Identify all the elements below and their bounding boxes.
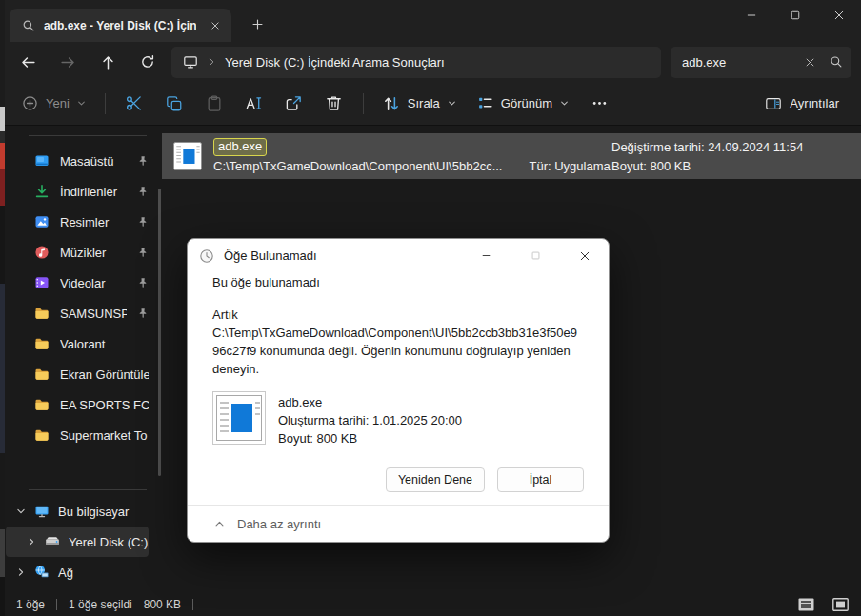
tab-search-icon — [22, 19, 35, 32]
folder-icon — [34, 427, 50, 443]
view-button[interactable]: Görünüm — [467, 87, 579, 121]
sidebar-item-screenshots[interactable]: Ekran Görüntüle — [0, 359, 162, 389]
search-box[interactable]: adb.exe — [671, 47, 851, 78]
chevron-down-icon — [448, 99, 456, 108]
ellipsis-icon — [591, 95, 608, 111]
pin-icon — [137, 247, 149, 258]
trash-icon — [325, 94, 343, 112]
file-path: C:\Temp\TxGameDownload\Component\UI\5bb2… — [213, 159, 502, 173]
details-view-toggle[interactable] — [794, 595, 817, 614]
chevron-right-icon — [16, 567, 26, 577]
sort-icon — [383, 95, 400, 112]
search-submit-icon[interactable] — [823, 49, 850, 75]
sidebar-item-local-disk[interactable]: Yerel Disk (C:) — [6, 527, 149, 557]
sidebar-item-ea-sports[interactable]: EA SPORTS FC 2 — [0, 389, 162, 420]
window-controls — [730, 0, 861, 30]
new-button-label: Yeni — [46, 96, 70, 110]
window-close-button[interactable] — [817, 0, 861, 30]
drive-icon — [45, 534, 60, 549]
chevron-down-icon — [77, 99, 86, 108]
sidebar-item-pictures[interactable]: Resimler — [0, 207, 162, 237]
search-input-value[interactable]: adb.exe — [682, 55, 796, 70]
this-pc-icon — [34, 504, 50, 519]
share-icon — [285, 94, 303, 112]
file-explorer-window: adb.exe - Yerel Disk (C:) İçinde — [0, 0, 861, 616]
file-type: Tür: Uygulama — [529, 159, 610, 173]
sidebar-divider — [29, 489, 147, 490]
dialog-file-info: adb.exe Oluşturma tarihi: 1.01.2025 20:0… — [212, 391, 584, 447]
copy-button[interactable] — [154, 87, 194, 121]
navigation-bar: Yerel Disk (C:) İçindeki Arama Sonuçları… — [0, 42, 861, 82]
new-tab-button[interactable] — [243, 10, 271, 38]
sidebar-item-network[interactable]: Ağ — [0, 557, 162, 587]
tab-close-icon[interactable] — [205, 15, 226, 36]
sidebar-item-videos[interactable]: Videolar — [0, 268, 162, 298]
item-not-found-dialog: Öğe Bulunamadı Bu öğe bulunamadı Artık C… — [187, 238, 610, 543]
folder-icon — [34, 367, 50, 382]
search-clear-icon[interactable] — [796, 49, 823, 75]
explorer-tab[interactable]: adb.exe - Yerel Disk (C:) İçinde — [10, 9, 231, 42]
delete-button[interactable] — [314, 87, 354, 121]
pin-icon — [137, 186, 149, 197]
view-button-label: Görünüm — [501, 96, 552, 110]
sidebar-item-samsunspc[interactable]: SAMSUNSPC — [0, 298, 162, 328]
sidebar-scrollbar[interactable] — [158, 189, 161, 476]
cancel-button[interactable]: İptal — [497, 467, 584, 492]
this-pc-icon — [183, 54, 198, 70]
sort-button[interactable]: Sırala — [372, 87, 467, 121]
dialog-minimize-button[interactable] — [466, 242, 506, 269]
file-modified-date: Değiştirme tarihi: 24.09.2024 11:54 — [611, 137, 861, 156]
pin-icon — [137, 155, 149, 167]
pin-icon — [137, 308, 149, 319]
pin-icon — [137, 216, 149, 228]
application-file-icon-large — [212, 391, 266, 445]
sidebar-item-this-pc[interactable]: Bu bilgisayar — [0, 496, 162, 527]
details-pane-button[interactable]: Ayrıntılar — [754, 87, 850, 121]
tab-title: adb.exe - Yerel Disk (C:) İçinde — [44, 19, 196, 32]
file-size: Boyut: 800 KB — [611, 156, 861, 175]
window-minimize-button[interactable] — [730, 0, 773, 30]
sidebar-item-valorant[interactable]: Valorant — [0, 328, 162, 359]
selected-size: 800 KB — [144, 598, 181, 611]
up-button[interactable] — [88, 46, 128, 78]
sidebar-item-downloads[interactable]: İndirilenler — [0, 176, 162, 207]
details-view-icon — [798, 598, 814, 611]
breadcrumb-chevron-icon — [207, 57, 216, 67]
forward-button[interactable] — [48, 46, 88, 78]
clock-icon — [199, 248, 214, 264]
new-button[interactable]: Yeni — [11, 87, 96, 121]
thumbnail-view-toggle[interactable] — [829, 595, 851, 614]
dialog-maximize-button[interactable] — [515, 242, 555, 269]
less-details-toggle[interactable]: Daha az ayrıntı — [188, 505, 609, 542]
sidebar-item-music[interactable]: Müzikler — [0, 237, 162, 268]
sidebar-item-desktop[interactable]: Masaüstü — [0, 146, 162, 176]
folder-icon — [34, 336, 50, 351]
retry-button[interactable]: Yeniden Dene — [386, 467, 485, 492]
search-term-rest: .exe — [703, 55, 727, 70]
new-plus-icon — [22, 95, 38, 111]
toolbar-separator — [105, 93, 106, 114]
dialog-close-button[interactable] — [565, 242, 605, 269]
less-details-label: Daha az ayrıntı — [237, 517, 321, 531]
paste-icon — [206, 95, 223, 112]
address-bar[interactable]: Yerel Disk (C:) İçindeki Arama Sonuçları — [171, 47, 661, 78]
sidebar-item-supermarket[interactable]: Supermarket To — [0, 420, 162, 450]
cut-button[interactable] — [114, 87, 154, 121]
sidebar-divider — [29, 135, 147, 136]
item-count: 1 öğe — [16, 598, 45, 611]
file-result-row[interactable]: adb.exe C:\Temp\TxGameDownload\Component… — [162, 133, 861, 179]
rename-button[interactable] — [234, 87, 274, 121]
share-button[interactable] — [274, 87, 314, 121]
more-options-button[interactable] — [579, 87, 619, 121]
tab-bar: adb.exe - Yerel Disk (C:) İçinde — [0, 0, 861, 42]
back-button[interactable] — [8, 46, 48, 78]
status-divider — [56, 599, 57, 610]
folder-icon — [34, 397, 50, 412]
refresh-button[interactable] — [128, 46, 168, 78]
file-name: adb.exe — [213, 138, 267, 156]
search-term-flagged: adb — [682, 55, 703, 70]
paste-button[interactable] — [194, 87, 234, 121]
chevron-down-icon — [16, 507, 26, 516]
sort-button-label: Sırala — [408, 96, 440, 110]
window-maximize-button[interactable] — [773, 0, 817, 30]
